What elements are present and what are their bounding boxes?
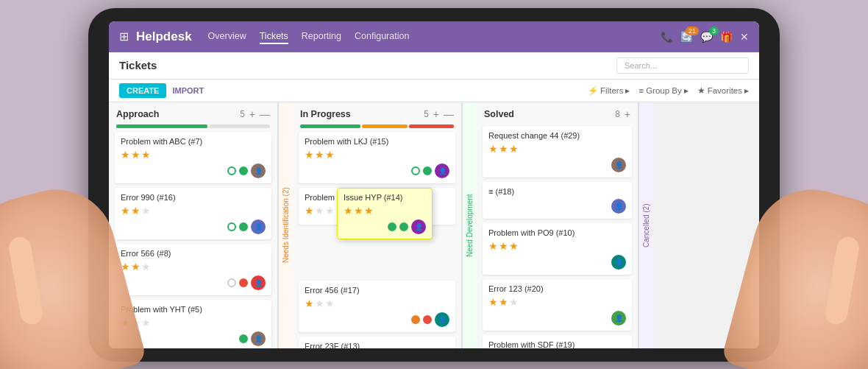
progress-seg-green bbox=[116, 124, 207, 128]
gift-icon[interactable]: 🎁 bbox=[720, 31, 733, 43]
col-actions-approach: + — bbox=[249, 108, 270, 120]
nav-configuration[interactable]: Configuration bbox=[355, 29, 409, 44]
nav-overview[interactable]: Overview bbox=[208, 29, 246, 44]
status-dot[interactable] bbox=[411, 315, 420, 324]
col-count-approach: 5 bbox=[240, 109, 245, 119]
import-button[interactable]: IMPORT bbox=[172, 86, 204, 95]
card-title: Problem with PO9 (#10) bbox=[488, 228, 626, 237]
card-title: Problem with YHT (#5) bbox=[121, 305, 266, 314]
search-input[interactable]: Search... bbox=[616, 57, 749, 74]
column-solved: Solved 8 + Request change 44 (#29) ★ ★ ★ bbox=[477, 102, 638, 348]
card-footer: 👤 bbox=[488, 311, 626, 326]
progress-seg-grey bbox=[209, 124, 270, 128]
card-title: Error 456 (#17) bbox=[305, 286, 449, 295]
star-3: ★ bbox=[141, 317, 151, 328]
add-card-icon[interactable]: + bbox=[249, 108, 255, 120]
star-2: ★ bbox=[131, 205, 140, 217]
cards-approach: Problem with ABC (#7) ★ ★ ★ 👤 bbox=[109, 129, 277, 348]
card-solved-5[interactable]: Problem with SDF (#19) ★ ★ ★ 👤 bbox=[483, 335, 632, 348]
star-3: ★ bbox=[325, 298, 335, 309]
avatar: 👤 bbox=[251, 219, 266, 234]
side-label-needs-id: Needs Identification (2) bbox=[278, 102, 293, 348]
card-title: Problem with LKJ (#15) bbox=[305, 137, 449, 146]
chat-icon[interactable]: 💬3 bbox=[700, 31, 713, 43]
phone-icon[interactable]: 📞 bbox=[661, 31, 673, 43]
column-approach: Approach 5 + — Problem with ABC (#7) bbox=[109, 102, 278, 348]
filters-button[interactable]: ⚡ Filters ▸ bbox=[588, 85, 630, 96]
card-title: Error 990 (#16) bbox=[121, 193, 266, 202]
page-title: Tickets bbox=[119, 59, 609, 71]
col-title-solved: Solved bbox=[484, 109, 611, 119]
card-solved-4[interactable]: Error 123 (#20) ★ ★ ★ 👤 bbox=[483, 279, 632, 331]
star-2: ★ bbox=[315, 205, 324, 217]
status-dot-2[interactable] bbox=[239, 166, 248, 175]
card-title: Request change 44 (#29) bbox=[488, 131, 626, 140]
add-card-icon[interactable]: + bbox=[625, 108, 630, 120]
status-dot[interactable] bbox=[239, 334, 248, 343]
avatar: 👤 bbox=[251, 164, 266, 178]
status-dot-2[interactable] bbox=[423, 166, 432, 175]
card-title: Error 123 (#20) bbox=[488, 284, 626, 293]
card-footer: 👤 bbox=[305, 312, 449, 327]
card-inprogress-4[interactable]: Error 23F (#13) ★ ★ ★ 👤 bbox=[299, 337, 455, 348]
status-dot-2[interactable] bbox=[399, 222, 408, 231]
progress-approach bbox=[109, 123, 277, 129]
card-solved-3[interactable]: Problem with PO9 (#10) ★ ★ ★ 👤 bbox=[483, 223, 632, 275]
create-button[interactable]: CREATE bbox=[119, 83, 166, 98]
card-stars: ★ ★ ★ bbox=[121, 205, 266, 217]
star-3: ★ bbox=[509, 240, 519, 252]
card-inprogress-1[interactable]: Problem with LKJ (#15) ★ ★ ★ 👤 bbox=[299, 132, 455, 183]
status-dot[interactable] bbox=[411, 166, 420, 175]
collapse-col-icon[interactable]: — bbox=[260, 108, 270, 120]
favorites-button[interactable]: ★ Favorites ▸ bbox=[697, 85, 749, 96]
avatar: 👤 bbox=[411, 219, 426, 234]
add-card-icon[interactable]: + bbox=[433, 108, 439, 120]
status-dot-2[interactable] bbox=[239, 222, 248, 231]
status-dot[interactable] bbox=[227, 222, 236, 231]
card-stars: ★ ★ ★ bbox=[121, 317, 266, 328]
popup-card-hyp14[interactable]: Issue HYP (#14) ★ ★ ★ 👤 bbox=[337, 188, 433, 239]
card-title: Problem with SDF (#19) bbox=[488, 340, 626, 348]
card-solved-1[interactable]: Request change 44 (#29) ★ ★ ★ 👤 bbox=[483, 126, 632, 178]
col-actions-in-progress: + — bbox=[433, 108, 454, 120]
refresh-icon[interactable]: 🔄21 bbox=[680, 31, 693, 43]
col-actions-solved: + bbox=[625, 108, 630, 120]
card-footer: 👤 bbox=[488, 199, 626, 214]
close-icon[interactable]: ✕ bbox=[740, 31, 749, 43]
star-1: ★ bbox=[121, 149, 130, 161]
star-2: ★ bbox=[499, 296, 508, 308]
status-dot-2[interactable] bbox=[423, 315, 432, 324]
card-solved-2[interactable]: ≡ (#18) 👤 bbox=[483, 182, 632, 219]
card-approach-2[interactable]: Error 990 (#16) ★ ★ ★ 👤 bbox=[115, 188, 271, 239]
card-footer: 👤 bbox=[305, 164, 449, 178]
top-nav: ⊞ Helpdesk Overview Tickets Reporting Co… bbox=[109, 21, 759, 52]
col-header-approach: Approach 5 + — bbox=[109, 102, 277, 123]
group-by-button[interactable]: ≡ Group By ▸ bbox=[638, 85, 688, 96]
star-1: ★ bbox=[121, 317, 130, 328]
card-inprogress-3[interactable]: Error 456 (#17) ★ ★ ★ 👤 bbox=[299, 281, 455, 332]
status-dot[interactable] bbox=[227, 166, 236, 175]
kanban-area: Approach 5 + — Problem with ABC (#7) bbox=[109, 102, 759, 348]
card-footer: 👤 bbox=[121, 219, 266, 234]
card-stars: ★ ★ ★ bbox=[488, 296, 626, 308]
star-2: ★ bbox=[499, 143, 508, 155]
popup-stars: ★ ★ ★ bbox=[344, 205, 426, 217]
card-approach-3[interactable]: Error 566 (#8) ★ ★ ★ 👤 bbox=[115, 244, 271, 295]
avatar: 👤 bbox=[435, 164, 449, 178]
groupby-icon: ≡ bbox=[638, 86, 644, 95]
collapse-col-icon[interactable]: — bbox=[444, 108, 454, 120]
card-footer: 👤 bbox=[488, 255, 626, 270]
status-dot[interactable] bbox=[388, 222, 396, 231]
col-header-in-progress: In Progress 5 + — bbox=[293, 102, 461, 123]
card-approach-1[interactable]: Problem with ABC (#7) ★ ★ ★ 👤 bbox=[115, 132, 271, 183]
status-dot-2[interactable] bbox=[239, 278, 248, 287]
nav-reporting[interactable]: Reporting bbox=[302, 29, 341, 44]
grid-icon[interactable]: ⊞ bbox=[119, 29, 129, 43]
star-1: ★ bbox=[121, 261, 130, 273]
card-approach-4[interactable]: Problem with YHT (#5) ★ ★ ★ 👤 bbox=[115, 300, 271, 348]
nav-tickets[interactable]: Tickets bbox=[260, 29, 288, 44]
star-3: ★ bbox=[141, 205, 151, 217]
status-dot[interactable] bbox=[227, 278, 236, 287]
cards-solved: Request change 44 (#29) ★ ★ ★ 👤 ≡ (#18) bbox=[477, 123, 638, 348]
star-3: ★ bbox=[325, 149, 335, 161]
